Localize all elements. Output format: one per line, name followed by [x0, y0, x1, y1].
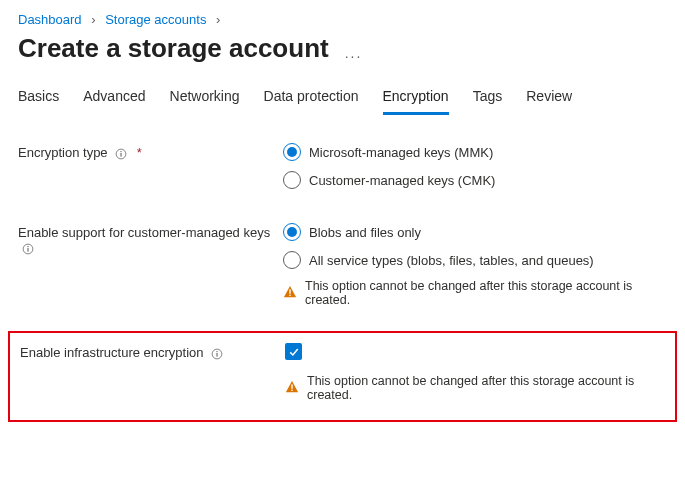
- breadcrumb: Dashboard › Storage accounts ›: [18, 12, 667, 27]
- svg-rect-13: [291, 384, 292, 388]
- infra-encryption-label: Enable infrastructure encryption: [20, 345, 204, 360]
- breadcrumb-dashboard[interactable]: Dashboard: [18, 12, 82, 27]
- svg-rect-4: [27, 247, 28, 251]
- cmk-support-label: Enable support for customer-managed keys: [18, 225, 270, 240]
- info-icon[interactable]: [22, 240, 34, 255]
- svg-rect-14: [291, 389, 292, 390]
- required-indicator: *: [137, 145, 142, 160]
- radio-all-services[interactable]: [283, 251, 301, 269]
- page-title: Create a storage account: [18, 33, 329, 64]
- info-icon[interactable]: [115, 145, 131, 160]
- svg-rect-1: [121, 152, 122, 156]
- radio-all-services-label: All service types (blobs, files, tables,…: [309, 253, 594, 268]
- radio-blobs-files[interactable]: [283, 223, 301, 241]
- more-icon[interactable]: ···: [345, 48, 363, 64]
- chevron-right-icon: ›: [91, 12, 95, 27]
- infra-encryption-checkbox[interactable]: [285, 343, 302, 360]
- svg-rect-5: [27, 246, 28, 247]
- warning-icon: [285, 380, 299, 397]
- svg-rect-8: [289, 294, 290, 295]
- radio-mmk-label: Microsoft-managed keys (MMK): [309, 145, 493, 160]
- info-icon[interactable]: [211, 345, 223, 360]
- svg-rect-11: [217, 351, 218, 352]
- svg-rect-10: [217, 352, 218, 356]
- tab-review[interactable]: Review: [526, 82, 572, 115]
- radio-blobs-files-label: Blobs and files only: [309, 225, 421, 240]
- svg-rect-2: [121, 151, 122, 152]
- radio-cmk-label: Customer-managed keys (CMK): [309, 173, 495, 188]
- radio-cmk[interactable]: [283, 171, 301, 189]
- chevron-right-icon: ›: [216, 12, 220, 27]
- radio-mmk[interactable]: [283, 143, 301, 161]
- tab-basics[interactable]: Basics: [18, 82, 59, 115]
- warning-icon: [283, 285, 297, 302]
- tab-data-protection[interactable]: Data protection: [264, 82, 359, 115]
- tab-encryption[interactable]: Encryption: [383, 82, 449, 115]
- infra-warning-text: This option cannot be changed after this…: [307, 374, 665, 402]
- tabs: Basics Advanced Networking Data protecti…: [18, 82, 667, 115]
- tab-tags[interactable]: Tags: [473, 82, 503, 115]
- tab-networking[interactable]: Networking: [170, 82, 240, 115]
- breadcrumb-storage-accounts[interactable]: Storage accounts: [105, 12, 206, 27]
- tab-advanced[interactable]: Advanced: [83, 82, 145, 115]
- highlight-infrastructure-encryption: Enable infrastructure encryption This op…: [8, 331, 677, 422]
- cmk-warning-text: This option cannot be changed after this…: [305, 279, 667, 307]
- encryption-type-label: Encryption type: [18, 145, 108, 160]
- svg-rect-7: [289, 289, 290, 293]
